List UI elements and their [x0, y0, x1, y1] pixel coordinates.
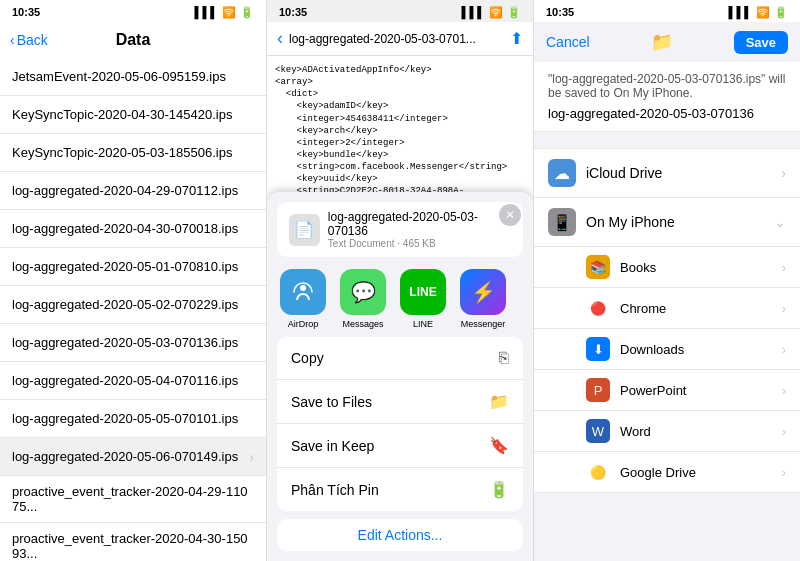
on-my-iphone-label: On My iPhone: [586, 214, 774, 230]
nav-bar-p1: ‹ Back Data: [0, 22, 266, 58]
list-item[interactable]: log-aggregated-2020-05-01-070810.ips: [0, 248, 266, 286]
books-icon: 📚: [586, 255, 610, 279]
list-item[interactable]: log-aggregated-2020-05-03-070136.ips: [0, 324, 266, 362]
share-app-messenger[interactable]: ⚡ Messenger: [457, 269, 509, 329]
sublocation-word[interactable]: W Word ›: [534, 411, 800, 452]
downloads-chevron-icon: ›: [782, 342, 786, 357]
word-label: Word: [620, 424, 782, 439]
icloud-icon: ☁: [548, 159, 576, 187]
xml-viewer-panel: 10:35 ▌▌▌ 🛜 🔋 ‹ log-aggregated-2020-05-0…: [267, 0, 534, 561]
battery-action-icon: 🔋: [489, 480, 509, 499]
sublocation-google-drive[interactable]: 🟡 Google Drive ›: [534, 452, 800, 493]
location-icloud[interactable]: ☁ iCloud Drive ›: [534, 148, 800, 198]
filename-field[interactable]: log-aggregated-2020-05-03-070136: [548, 106, 786, 121]
chrome-icon: 🔴: [586, 296, 610, 320]
file-list-panel: 10:35 ▌▌▌ 🛜 🔋 ‹ Back Data JetsamEvent-20…: [0, 0, 267, 561]
signal-icon: ▌▌▌: [195, 6, 218, 18]
google-drive-chevron-icon: ›: [782, 465, 786, 480]
folder-nav-icon: 📁: [651, 31, 673, 53]
file-name: log-aggregated-2020-05-01-070810.ips: [12, 259, 254, 274]
file-name: KeySyncTopic-2020-05-03-185506.ips: [12, 145, 254, 160]
list-item[interactable]: KeySyncTopic-2020-04-30-145420.ips: [0, 96, 266, 134]
books-label: Books: [620, 260, 782, 275]
list-item[interactable]: KeySyncTopic-2020-05-03-185506.ips: [0, 134, 266, 172]
save-in-keep-label: Save in Keep: [291, 438, 374, 454]
share-sheet: 📄 log-aggregated-2020-05-03-070136 Text …: [267, 192, 533, 561]
books-chevron-icon: ›: [782, 260, 786, 275]
chevron-right-icon: ›: [249, 449, 254, 465]
sublocation-downloads[interactable]: ⬇ Downloads ›: [534, 329, 800, 370]
list-item[interactable]: log-aggregated-2020-05-05-070101.ips: [0, 400, 266, 438]
status-bar-p1: 10:35 ▌▌▌ 🛜 🔋: [0, 0, 266, 22]
sublocation-books[interactable]: 📚 Books ›: [534, 247, 800, 288]
save-in-keep-action[interactable]: Save in Keep 🔖: [277, 424, 523, 468]
filename-note: "log-aggregated-2020-05-03-070136.ips" w…: [548, 72, 786, 100]
location-on-my-iphone[interactable]: 📱 On My iPhone ⌄: [534, 198, 800, 247]
share-close-button[interactable]: ✕: [499, 204, 521, 226]
chrome-label: Chrome: [620, 301, 782, 316]
share-file-info: 📄 log-aggregated-2020-05-03-070136 Text …: [277, 202, 523, 257]
messages-icon: 💬: [340, 269, 386, 315]
file-name: log-aggregated-2020-05-02-070229.ips: [12, 297, 254, 312]
save-button-p3[interactable]: Save: [734, 31, 788, 54]
save-location-panel: 10:35 ▌▌▌ 🛜 🔋 Cancel 📁 Save "log-aggrega…: [534, 0, 800, 561]
svg-point-0: [300, 285, 306, 291]
cancel-button-p3[interactable]: Cancel: [546, 34, 590, 50]
location-list: ☁ iCloud Drive › 📱 On My iPhone ⌄ 📚 Book…: [534, 132, 800, 561]
share-app-airdrop[interactable]: AirDrop: [277, 269, 329, 329]
messenger-label: Messenger: [461, 319, 506, 329]
back-label-p1[interactable]: Back: [17, 32, 48, 48]
phan-tich-pin-label: Phân Tích Pin: [291, 482, 379, 498]
wifi-icon-p3: 🛜: [756, 6, 770, 19]
iphone-location-icon: 📱: [548, 208, 576, 236]
powerpoint-label: PowerPoint: [620, 383, 782, 398]
file-name: proactive_event_tracker-2020-04-30-15093…: [12, 531, 254, 561]
status-icons-p2: ▌▌▌ 🛜 🔋: [462, 6, 521, 19]
save-nav-bar: Cancel 📁 Save: [534, 22, 800, 62]
file-name: proactive_event_tracker-2020-04-29-11075…: [12, 484, 254, 514]
signal-icon-p2: ▌▌▌: [462, 6, 485, 18]
file-name: log-aggregated-2020-05-05-070101.ips: [12, 411, 254, 426]
line-label: LINE: [413, 319, 433, 329]
powerpoint-icon: P: [586, 378, 610, 402]
share-app-line[interactable]: LINE LINE: [397, 269, 449, 329]
nav-title-area-p3: 📁: [651, 31, 673, 53]
chevron-left-icon: ‹: [10, 32, 15, 48]
file-list: JetsamEvent-2020-05-06-095159.ips KeySyn…: [0, 58, 266, 561]
list-item[interactable]: JetsamEvent-2020-05-06-095159.ips: [0, 58, 266, 96]
airdrop-label: AirDrop: [288, 319, 319, 329]
file-name: log-aggregated-2020-05-04-070116.ips: [12, 373, 254, 388]
xml-nav-bar: ‹ log-aggregated-2020-05-03-0701... ⬆: [267, 22, 533, 56]
status-bar-p3: 10:35 ▌▌▌ 🛜 🔋: [534, 0, 800, 22]
list-item[interactable]: log-aggregated-2020-05-02-070229.ips: [0, 286, 266, 324]
downloads-label: Downloads: [620, 342, 782, 357]
battery-icon-p2: 🔋: [507, 6, 521, 19]
save-to-files-action[interactable]: Save to Files 📁: [277, 380, 523, 424]
list-item[interactable]: log-aggregated-2020-04-29-070112.ips: [0, 172, 266, 210]
copy-label: Copy: [291, 350, 324, 366]
xml-nav-title: log-aggregated-2020-05-03-0701...: [289, 32, 510, 46]
file-name: log-aggregated-2020-05-06-070149.ips: [12, 449, 245, 464]
phan-tich-pin-action[interactable]: Phân Tích Pin 🔋: [277, 468, 523, 511]
share-file-details: log-aggregated-2020-05-03-070136 Text Do…: [328, 210, 511, 249]
upload-icon[interactable]: ⬆: [510, 29, 523, 48]
sublocation-chrome[interactable]: 🔴 Chrome ›: [534, 288, 800, 329]
messenger-icon: ⚡: [460, 269, 506, 315]
google-drive-label: Google Drive: [620, 465, 782, 480]
list-item[interactable]: proactive_event_tracker-2020-04-29-11075…: [0, 476, 266, 523]
share-app-messages[interactable]: 💬 Messages: [337, 269, 389, 329]
copy-action[interactable]: Copy ⎘: [277, 337, 523, 380]
file-name: log-aggregated-2020-04-29-070112.ips: [12, 183, 254, 198]
time-p2: 10:35: [279, 6, 307, 18]
nav-title-p1: Data: [116, 31, 151, 49]
xml-back-button[interactable]: ‹: [277, 28, 283, 49]
list-item[interactable]: log-aggregated-2020-05-06-070149.ips ›: [0, 438, 266, 476]
sublocation-powerpoint[interactable]: P PowerPoint ›: [534, 370, 800, 411]
time-p3: 10:35: [546, 6, 574, 18]
file-name: log-aggregated-2020-04-30-070018.ips: [12, 221, 254, 236]
list-item[interactable]: log-aggregated-2020-04-30-070018.ips: [0, 210, 266, 248]
list-item[interactable]: proactive_event_tracker-2020-04-30-15093…: [0, 523, 266, 561]
list-item[interactable]: log-aggregated-2020-05-04-070116.ips: [0, 362, 266, 400]
edit-actions-button[interactable]: Edit Actions...: [277, 519, 523, 551]
back-button-p1[interactable]: ‹ Back: [10, 32, 48, 48]
